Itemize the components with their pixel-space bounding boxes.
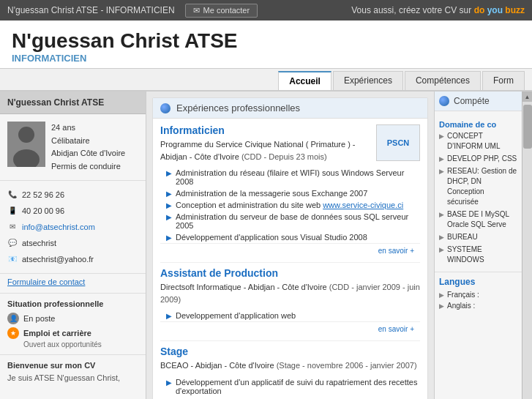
scroll-up-button[interactable]: ▲ — [522, 92, 533, 102]
mobile-icon: 📱 — [7, 206, 18, 216]
contact-email: ✉ info@atsechrist.com — [7, 219, 138, 235]
section-dot — [160, 103, 171, 113]
tab-formation[interactable]: Form — [482, 71, 525, 90]
situation-title: Situation professionnelle — [7, 299, 138, 308]
right-arrow-icon: ▶ — [439, 132, 444, 141]
situation-icon-gray: 👤 — [7, 313, 19, 324]
top-bar-left: N'guessan Christ ATSE - INFORMATICIEN ✉ … — [7, 4, 258, 18]
sidebar-title: N'guessan Christ ATSE — [0, 92, 146, 114]
tab-experiences[interactable]: Expériences — [333, 71, 403, 90]
job-assistant: Assistant de Production Directsoft Infor… — [160, 267, 420, 336]
situation-emploi: ★ Emploi et carrière — [7, 326, 138, 340]
en-savoir-link-2[interactable]: en savoir + — [378, 325, 414, 333]
job-title-2: Assistant de Production — [160, 267, 420, 279]
section-header: Expériences professionnelles — [153, 98, 427, 119]
bullet-arrow: ▶ — [166, 213, 172, 221]
profile-status: Célibataire — [51, 135, 125, 148]
email-link[interactable]: info@atsechrist.com — [22, 219, 95, 235]
bullet-item: ▶ Développement d'un applicatif de suivi… — [166, 376, 420, 397]
right-item-reseau: ▶ RESEAU: Gestion de DHCP, DN Conception… — [439, 166, 517, 207]
main-layout: N'guessan Christ ATSE 24 ans Célibataire… — [0, 92, 532, 399]
right-arrow-icon: ▶ — [439, 245, 444, 255]
sidebar-profile: 24 ans Célibataire Abidjan Côte d'Ivoire… — [0, 114, 146, 181]
bullet-arrow: ▶ — [166, 312, 172, 320]
job-title-3: Stage — [160, 346, 420, 357]
top-bar-name: N'guessan Christ ATSE - INFORMATICIEN — [7, 5, 175, 15]
right-item-develop: ▶ DEVELOP PHP, CSS — [439, 154, 517, 164]
phone-icon: 📞 — [7, 190, 18, 200]
right-item-systeme: ▶ SYSTEME WINDOWS — [439, 245, 517, 265]
job-bullets-1: ▶ Administration du réseau (filaire et W… — [160, 167, 420, 243]
header: N'guessan Christ ATSE INFORMATICIEN — [0, 20, 532, 69]
bullet-item: ▶ Administration du serveur de base de d… — [166, 211, 420, 231]
svg-point-1 — [18, 127, 34, 143]
top-bar-promo: Vous aussi, créez votre CV sur do you bu… — [351, 5, 525, 15]
situation-en-poste: 👤 En poste — [7, 311, 138, 326]
contact-button[interactable]: ✉ Me contacter — [185, 4, 258, 18]
en-savoir-1: en savoir + — [160, 243, 420, 258]
right-item-concept: ▶ CONCEPT D'INFORM UML — [439, 131, 517, 152]
right-arrow-icon: ▶ — [439, 233, 444, 242]
bienvenue-title: Bienvenue sur mon CV — [7, 361, 138, 370]
sidebar-contact: 📞 22 52 96 26 📱 40 20 00 96 ✉ info@atsec… — [0, 181, 146, 274]
page-title: N'guessan Christ ATSE — [12, 29, 520, 53]
email-icon: ✉ — [7, 222, 18, 232]
bullet-arrow: ▶ — [166, 190, 172, 198]
bullet-item: ▶ Administration du réseau (filaire et W… — [166, 167, 420, 187]
right-arrow-icon: ▶ — [439, 154, 444, 164]
profile-city: Abidjan Côte d'Ivoire — [51, 147, 125, 160]
bullet-arrow: ▶ — [166, 169, 172, 177]
contact-phone2: 📱 40 20 00 96 — [7, 203, 138, 219]
bullet-item: ▶ Conception et administration du site w… — [166, 199, 420, 211]
bullet-item: ▶ Developpement d'application web — [166, 310, 420, 321]
top-bar: N'guessan Christ ATSE - INFORMATICIEN ✉ … — [0, 0, 532, 20]
right-section-dot — [439, 96, 449, 106]
content-area: Expériences professionnelles PSCN Inform… — [146, 92, 434, 399]
bullet-item: ▶ Développement d'application sous Visua… — [166, 231, 420, 243]
tab-competences[interactable]: Compétences — [405, 71, 481, 90]
languages-title: Langues — [435, 272, 522, 289]
profile-age: 24 ans — [51, 122, 125, 135]
section-header-title: Expériences professionnelles — [176, 102, 300, 113]
tab-accueil[interactable]: Accueil — [278, 71, 331, 90]
profile-info: 24 ans Célibataire Abidjan Côte d'Ivoire… — [51, 122, 125, 173]
formulaire-link[interactable]: Formulaire de contact — [7, 277, 85, 286]
right-item-base: ▶ BASE DE I MySQL Oracle SQL Serve — [439, 209, 517, 230]
avatar — [7, 122, 45, 167]
en-savoir-link-1[interactable]: en savoir + — [378, 247, 414, 255]
contact-skype: 💬 atsechrist — [7, 235, 138, 251]
right-arrow-icon: ▶ — [439, 210, 444, 220]
contact-phone1: 📞 22 52 96 26 — [7, 187, 138, 203]
bullet-item: ▶ Administration de la messagerie sous E… — [166, 187, 420, 199]
bullet-arrow: ▶ — [166, 201, 172, 209]
job-company-2: Directsoft Informatique - Abidjan - Côte… — [160, 281, 420, 305]
skype-icon: 💬 — [7, 238, 18, 248]
right-arrow-icon: ▶ — [439, 167, 444, 176]
sidebar-bienvenue: Bienvenue sur mon CV Je suis ATSE N'gues… — [0, 355, 146, 389]
bienvenue-text: Je suis ATSE N'guessan Christ, — [7, 373, 138, 384]
right-panel: Compéte Domaine de co ▶ CONCEPT D'INFORM… — [434, 92, 522, 399]
right-section-body: Domaine de co ▶ CONCEPT D'INFORM UML ▶ D… — [435, 111, 522, 272]
nav-tabs: Accueil Expériences Compétences Form — [0, 69, 532, 92]
profile-license: Permis de conduire — [51, 160, 125, 174]
right-section-header: Compéte — [435, 92, 522, 111]
scrollbar[interactable]: ▲ ▼ — [522, 92, 532, 399]
header-subtitle: INFORMATICIEN — [12, 53, 520, 68]
job-informaticien: PSCN Informaticien Programme du Service … — [160, 124, 420, 258]
right-arrow-icon: ▶ — [439, 302, 444, 310]
lang-francais: ▶ Français : — [435, 289, 522, 300]
lang-anglais: ▶ Anglais : — [435, 300, 522, 311]
website-link[interactable]: www.service-civique.ci — [323, 201, 403, 209]
bullet-arrow: ▶ — [166, 234, 172, 242]
yahoo-icon: 📧 — [7, 254, 18, 264]
right-arrow-icon: ▶ — [439, 291, 444, 299]
sidebar: N'guessan Christ ATSE 24 ans Célibataire… — [0, 92, 146, 399]
job-bullets-2: ▶ Developpement d'application web — [160, 310, 420, 321]
right-section-title: Compéte — [454, 96, 490, 106]
bullet-arrow: ▶ — [166, 379, 172, 387]
scroll-thumb[interactable] — [523, 105, 532, 149]
en-savoir-2: en savoir + — [160, 321, 420, 336]
experiences-section: Expériences professionnelles PSCN Inform… — [152, 97, 428, 399]
situation-icon-orange: ★ — [7, 327, 19, 339]
email-icon: ✉ — [193, 6, 200, 15]
